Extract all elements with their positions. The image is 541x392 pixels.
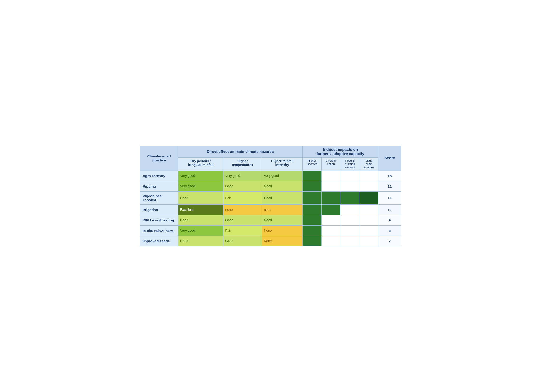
higher_incomes-indirect-cell — [302, 191, 322, 204]
diversification-indirect-cell — [322, 204, 340, 215]
practice-label: In-situ rainw. harv. — [140, 225, 178, 236]
higher-rainfall-value: None — [262, 236, 302, 246]
dry-periods-value: Excellent — [178, 204, 223, 215]
higher-temps-value: Good — [223, 236, 262, 246]
food_nutrition-indirect-cell — [340, 236, 359, 246]
dry-periods-value: Very good — [178, 170, 223, 181]
food_nutrition-indirect-cell — [340, 225, 359, 236]
higher-rainfall-value: Good — [262, 181, 302, 191]
diversification-indirect-cell — [322, 215, 340, 225]
score-value: 15 — [379, 170, 401, 181]
higher-temps-value: none — [223, 204, 262, 215]
score-value: 9 — [379, 215, 401, 225]
value_chain-indirect-cell — [359, 204, 379, 215]
practice-label: Agro-forestry — [140, 170, 178, 181]
higher-temps-subheader: Higher temperatures — [223, 157, 262, 170]
practice-header: Climate-smart practice — [140, 146, 178, 170]
diversification-indirect-cell — [322, 225, 340, 236]
higher-temps-value: Fair — [223, 225, 262, 236]
higher-rainfall-value: none — [262, 204, 302, 215]
dry-periods-value: Very good — [178, 181, 223, 191]
score-value: 7 — [379, 236, 401, 246]
score-value: 8 — [379, 225, 401, 236]
higher-rainfall-value: Good — [262, 191, 302, 204]
practice-label: Improved seeds — [140, 236, 178, 246]
higher_incomes-indirect-cell — [302, 215, 322, 225]
higher-temps-value: Very good — [223, 170, 262, 181]
higher_incomes-indirect-cell — [302, 236, 322, 246]
score-value: 11 — [379, 204, 401, 215]
higher-temps-value: Fair — [223, 191, 262, 204]
value_chain-indirect-cell — [359, 191, 379, 204]
higher_incomes-indirect-cell — [302, 204, 322, 215]
indirect-impacts-header: Indirect impacts on farmers' adaptive ca… — [302, 146, 379, 157]
value-chain-subheader: Value chain linkages — [359, 157, 379, 170]
dry-periods-subheader: Dry periods / irregular rainfall — [178, 157, 223, 170]
food-nutrition-subheader: Food & nutrition security — [340, 157, 359, 170]
practice-label: Irrigation — [140, 204, 178, 215]
higher-rainfall-value: None — [262, 225, 302, 236]
score-header: Score — [379, 146, 401, 170]
diversification-indirect-cell — [322, 181, 340, 191]
higher_incomes-indirect-cell — [302, 170, 322, 181]
food_nutrition-indirect-cell — [340, 181, 359, 191]
climate-smart-table: Climate-smart practice Direct effect on … — [140, 146, 401, 246]
score-value: 11 — [379, 191, 401, 204]
food_nutrition-indirect-cell — [340, 191, 359, 204]
higher-rainfall-value: Good — [262, 215, 302, 225]
diversification-indirect-cell — [322, 191, 340, 204]
practice-label: Ripping — [140, 181, 178, 191]
higher-incomes-subheader: Higher incomes — [302, 157, 322, 170]
dry-periods-value: Good — [178, 215, 223, 225]
diversification-subheader: Diversifi- cation — [322, 157, 340, 170]
practice-label: Pigeon pea +cookst. — [140, 191, 178, 204]
higher-temps-value: Good — [223, 215, 262, 225]
main-table-container: Climate-smart practice Direct effect on … — [140, 146, 401, 246]
higher_incomes-indirect-cell — [302, 181, 322, 191]
dry-periods-value: Good — [178, 236, 223, 246]
value_chain-indirect-cell — [359, 215, 379, 225]
dry-periods-value: Very good — [178, 225, 223, 236]
higher-rainfall-subheader: Higher rainfall intensity — [262, 157, 302, 170]
value_chain-indirect-cell — [359, 236, 379, 246]
food_nutrition-indirect-cell — [340, 204, 359, 215]
diversification-indirect-cell — [322, 170, 340, 181]
diversification-indirect-cell — [322, 236, 340, 246]
higher_incomes-indirect-cell — [302, 225, 322, 236]
higher-rainfall-value: Very good — [262, 170, 302, 181]
value_chain-indirect-cell — [359, 170, 379, 181]
practice-label: ISFM + soil testing — [140, 215, 178, 225]
score-value: 11 — [379, 181, 401, 191]
higher-temps-value: Good — [223, 181, 262, 191]
value_chain-indirect-cell — [359, 181, 379, 191]
direct-effects-header: Direct effect on main climate hazards — [178, 146, 302, 157]
food_nutrition-indirect-cell — [340, 215, 359, 225]
dry-periods-value: Good — [178, 191, 223, 204]
value_chain-indirect-cell — [359, 225, 379, 236]
food_nutrition-indirect-cell — [340, 170, 359, 181]
